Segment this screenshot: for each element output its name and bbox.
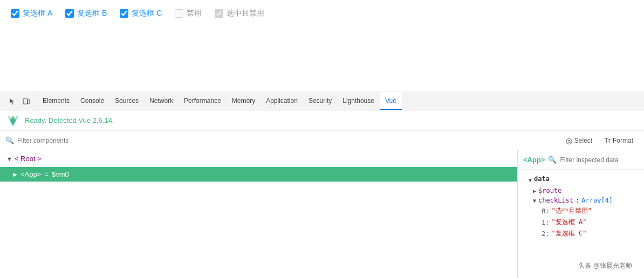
- device-icon[interactable]: [20, 95, 32, 107]
- checkbox-b[interactable]: 复选框 B: [65, 9, 107, 18]
- checkbox-b-input[interactable]: [65, 9, 74, 18]
- index-1: 1:: [542, 219, 549, 226]
- checkbox-disabled-checked-input: [215, 9, 223, 18]
- search-icon: 🔍: [5, 136, 14, 144]
- filter-inspected-input[interactable]: [560, 156, 641, 164]
- index-0: 0:: [542, 207, 549, 215]
- top-content-area: 复选框 A 复选框 B 复选框 C 禁用 选中且禁用: [0, 0, 644, 92]
- checkbox-disabled: 禁用: [175, 9, 202, 18]
- checklist-item-2: 2: "复选框 C": [524, 228, 638, 239]
- route-item[interactable]: ▶ $route: [524, 186, 638, 196]
- toolbar: 🔍 ◎ Select Tr Format: [0, 131, 644, 150]
- main-content: ▼ < Root > ▶ <App> = $vm0 <App> 🔍 ▼ data: [0, 150, 644, 278]
- checklist-item[interactable]: ▼ checkList : Array[4]: [524, 196, 638, 205]
- checklist-item-0: 0: "选中且禁用": [524, 205, 638, 217]
- right-app-tag: <App>: [523, 156, 545, 164]
- format-icon: Tr: [604, 136, 611, 144]
- checklist-expand-icon[interactable]: ▼: [533, 198, 536, 204]
- tree-app-tag: <App>: [20, 170, 41, 178]
- svg-rect-0: [23, 99, 28, 104]
- left-panel: ▼ < Root > ▶ <App> = $vm0: [0, 150, 518, 278]
- route-key: $route: [538, 187, 561, 194]
- checklist-colon: :: [576, 197, 579, 204]
- tab-network[interactable]: Network: [144, 92, 179, 110]
- checkbox-c-label: 复选框 C: [132, 9, 162, 18]
- checkbox-c[interactable]: 复选框 C: [120, 9, 162, 18]
- value-1: "复选框 A": [551, 218, 586, 227]
- tab-vue[interactable]: Vue: [380, 92, 402, 110]
- svg-rect-1: [28, 100, 30, 103]
- data-section: ▼ data: [524, 174, 638, 186]
- checkbox-disabled-checked: 选中且禁用: [215, 9, 264, 18]
- checkbox-disabled-input: [175, 9, 183, 18]
- tabs-container: Elements Console Sources Network Perform…: [37, 92, 644, 110]
- filter-components-input[interactable]: [17, 137, 554, 144]
- data-section-label: data: [534, 175, 550, 183]
- right-search-icon: 🔍: [548, 156, 557, 164]
- vue-logo-icon: [6, 114, 19, 127]
- checkbox-a[interactable]: 复选框 A: [11, 9, 52, 18]
- checklist-key: checkList: [538, 197, 573, 204]
- tab-icon-group: [2, 92, 37, 110]
- format-button[interactable]: Tr Format: [599, 131, 639, 150]
- checkbox-row: 复选框 A 复选框 B 复选框 C 禁用 选中且禁用: [11, 9, 633, 18]
- route-expand-icon[interactable]: ▶: [533, 188, 536, 194]
- checkbox-a-label: 复选框 A: [23, 9, 52, 18]
- checkbox-a-input[interactable]: [11, 9, 19, 18]
- tree-app-arrow: ▶: [13, 171, 17, 177]
- checkbox-c-input[interactable]: [120, 9, 128, 18]
- checkbox-disabled-label: 禁用: [187, 9, 202, 18]
- checklist-item-1: 1: "复选框 A": [524, 217, 638, 228]
- vue-banner: Ready. Detected Vue 2.6.14.: [0, 110, 644, 131]
- tab-elements[interactable]: Elements: [37, 92, 75, 110]
- data-tree: ▼ data ▶ $route ▼ checkList : Array[4] 0…: [518, 170, 644, 244]
- right-panel: <App> 🔍 ▼ data ▶ $route ▼ checkList : Ar…: [518, 150, 644, 278]
- tab-sources[interactable]: Sources: [109, 92, 144, 110]
- select-button[interactable]: ◎ Select: [560, 131, 598, 150]
- checkbox-b-label: 复选框 B: [77, 9, 107, 18]
- toolbar-right: ◎ Select Tr Format: [560, 131, 644, 150]
- index-2: 2:: [542, 230, 549, 238]
- filter-wrap: 🔍: [0, 136, 560, 144]
- cursor-icon[interactable]: [6, 95, 18, 107]
- right-toolbar: <App> 🔍: [518, 150, 644, 170]
- tab-performance[interactable]: Performance: [179, 92, 227, 110]
- data-expand-icon[interactable]: ▼: [529, 177, 532, 183]
- checklist-type: Array[4]: [581, 197, 613, 204]
- tab-security[interactable]: Security: [303, 92, 337, 110]
- tree-app-val: $vm0: [52, 170, 69, 178]
- tree-root-arrow: ▼: [6, 156, 12, 162]
- tab-lighthouse[interactable]: Lighthouse: [337, 92, 380, 110]
- checkbox-disabled-checked-label: 选中且禁用: [227, 9, 264, 18]
- tree-root-row: ▼ < Root >: [0, 150, 517, 167]
- tab-bar: Elements Console Sources Network Perform…: [0, 92, 644, 110]
- tree-app-eq: =: [44, 170, 49, 178]
- value-2: "复选框 C": [551, 229, 586, 238]
- select-icon: ◎: [566, 136, 572, 145]
- vue-ready-text: Ready. Detected Vue 2.6.14.: [25, 116, 114, 124]
- tree-root-label: < Root >: [15, 155, 42, 163]
- value-0: "选中且禁用": [551, 206, 591, 216]
- tab-application[interactable]: Application: [261, 92, 303, 110]
- tab-memory[interactable]: Memory: [227, 92, 261, 110]
- tab-console[interactable]: Console: [75, 92, 109, 110]
- tree-app-row[interactable]: ▶ <App> = $vm0: [0, 167, 517, 182]
- devtools-panel: Elements Console Sources Network Perform…: [0, 92, 644, 278]
